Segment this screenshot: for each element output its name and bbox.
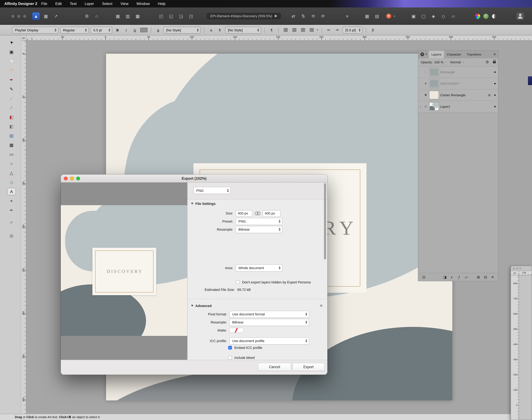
advanced-header[interactable]: Advanced [191,303,211,309]
cancel-button[interactable]: Cancel [258,363,291,371]
bullet-list-button[interactable]: ≔ [325,27,332,33]
insert-inside-icon[interactable]: ◱ [168,12,175,20]
triangle-tool[interactable]: △ [7,169,15,176]
font-family-select[interactable]: Playfair Display [12,27,58,33]
swatches-icon[interactable] [483,14,489,19]
assistant-dropdown-icon[interactable]: ▾ [394,15,395,17]
artboard-tool[interactable]: ▣ [7,48,15,55]
format-select[interactable]: PNG [194,187,231,194]
vector-crop-tool[interactable]: ▦ [7,142,15,148]
align-right-button[interactable] [299,27,306,33]
live-filter-icon[interactable]: ▱ [464,275,469,279]
matte-color-well[interactable] [229,328,244,333]
zoom-tool[interactable]: ◎ [7,232,15,239]
panel-collapse-icon[interactable]: ‖ [426,53,427,56]
layer-visibility-dot[interactable] [494,71,496,73]
file-settings-header[interactable]: File Settings [191,200,216,207]
layer-settings-gear-icon[interactable]: ⚙ [486,60,489,64]
link-dimensions-icon[interactable] [255,212,260,215]
rotate-cw-icon[interactable]: ⟳ [319,12,327,20]
ellipse-tool[interactable]: ○ [7,160,15,167]
stepper-icon[interactable] [85,28,87,32]
contour-tool[interactable]: ◠ [7,67,15,74]
insert-behind-icon[interactable]: ◰ [157,12,165,20]
opacity-stepper-icon[interactable]: ⌄ [445,61,447,63]
panel-close-icon[interactable]: ✕ [420,52,424,56]
include-bleed-checkbox[interactable] [228,356,232,360]
window-minimize-button[interactable] [516,268,518,269]
numbered-list-button[interactable]: ≕ [334,27,341,33]
designer-persona-icon[interactable]: ▲ [32,12,40,20]
menu-item-layer[interactable]: Layer [81,0,98,7]
ruler-units[interactable]: px [21,35,26,41]
preset-select[interactable]: PNG [236,218,282,225]
menu-item-text[interactable]: Text [66,0,81,7]
mini-canvas[interactable] [519,275,532,420]
text-color-swatch[interactable] [140,28,148,32]
artistic-text-tool[interactable]: A [7,188,15,195]
underline-button[interactable]: U [131,27,138,33]
node-tool[interactable]: ➤ [7,58,15,65]
leading-select[interactable]: [5.5 pt] [343,27,363,33]
window-close-button[interactable] [11,15,14,18]
menu-item-edit[interactable]: Edit [51,0,66,7]
pen-tool[interactable]: ✒ [7,76,15,83]
stepper-icon[interactable] [278,266,281,270]
tab-character[interactable]: Character [444,50,464,58]
preferences-gear-icon[interactable]: ⚙ [83,12,91,20]
shape-tool[interactable]: ◇ [7,179,15,186]
document-title[interactable]: EPI-Element-4Steps-Discovery (559.5%) ✱ [207,13,281,19]
paint-brush-tool[interactable]: ∕ [7,104,15,111]
mask-layer-icon[interactable]: ◨ [442,275,447,279]
hidden-layers-checkbox[interactable] [236,280,240,284]
dialog-titlebar[interactable]: Export (102%) [61,174,327,182]
constraints-icon[interactable]: ◈ [430,12,437,20]
align-justify-button[interactable] [308,27,315,33]
align-left-button[interactable] [282,27,289,33]
lock-icon[interactable] [493,61,496,63]
hand-tool[interactable]: ☞ [7,219,15,226]
stepper-icon[interactable] [54,28,57,32]
tab-layers[interactable]: Layers [429,50,444,58]
layer-fx-icon[interactable]: fX [488,93,491,97]
window-minimize-button[interactable] [17,15,20,18]
export-button[interactable]: Export [292,363,325,371]
whole-pixel-move-icon[interactable]: ▩ [134,12,141,20]
window-controls[interactable] [11,7,26,25]
menu-item-file[interactable]: File [37,0,51,7]
links-icon[interactable]: ▱ [449,12,457,20]
layer-visibility-dot[interactable] [494,94,496,96]
snap-grid-icon[interactable]: ▦ [114,12,122,20]
layer-visibility-dot[interactable] [494,106,496,107]
window-close-button[interactable] [513,268,515,269]
icc-profile-select[interactable]: Use document profile [229,337,309,345]
blend-mode-dropdown-icon[interactable]: ⌄ [462,61,464,63]
window-zoom-button[interactable] [519,268,521,269]
alignment-dropdown-icon[interactable]: ▾ [317,29,318,31]
layer-row[interactable]: ADISCOVERY [418,78,498,90]
blend-mode-select[interactable]: Normal [450,60,461,64]
settings-scroll-area[interactable]: File Settings Size: 400 px 400 px Preset… [188,200,327,360]
menu-item-view[interactable]: View [116,0,133,7]
move-tool[interactable]: ➤ [7,39,15,46]
layer-visibility-dot[interactable] [494,83,496,84]
panel-menu-icon[interactable]: ≡ [493,52,496,57]
pixel-align-icon[interactable]: ▥ [124,12,131,20]
pencil-tool[interactable]: ✎ [7,86,15,92]
embed-icc-checkbox[interactable]: ✓ [228,346,232,349]
pixel-persona-icon[interactable]: ▦ [42,12,50,20]
adjustment-layer-icon[interactable]: ◐ [449,275,454,279]
pixel-format-select[interactable]: Use document format [229,311,309,318]
flip-horizontal-icon[interactable]: ⇄ [290,12,297,20]
replace-selection-icon[interactable]: ◳ [187,12,195,20]
fill-gradient-tool[interactable]: ◧ [7,114,15,120]
show-special-characters-button[interactable]: ¶ [268,27,275,33]
paragraph-style-select[interactable]: [No Style] [225,27,261,33]
duplicate-layer-icon[interactable]: ⊡ [421,275,426,279]
disclosure-triangle-icon[interactable] [191,305,194,307]
color-picker-tool[interactable]: ✒ [7,207,15,214]
layer-row[interactable]: ›≣Layer1 [418,101,498,112]
stock-icon[interactable]: ◇ [440,12,447,20]
show-guides-icon[interactable]: ▤ [373,12,381,20]
stepper-icon[interactable] [305,320,308,324]
